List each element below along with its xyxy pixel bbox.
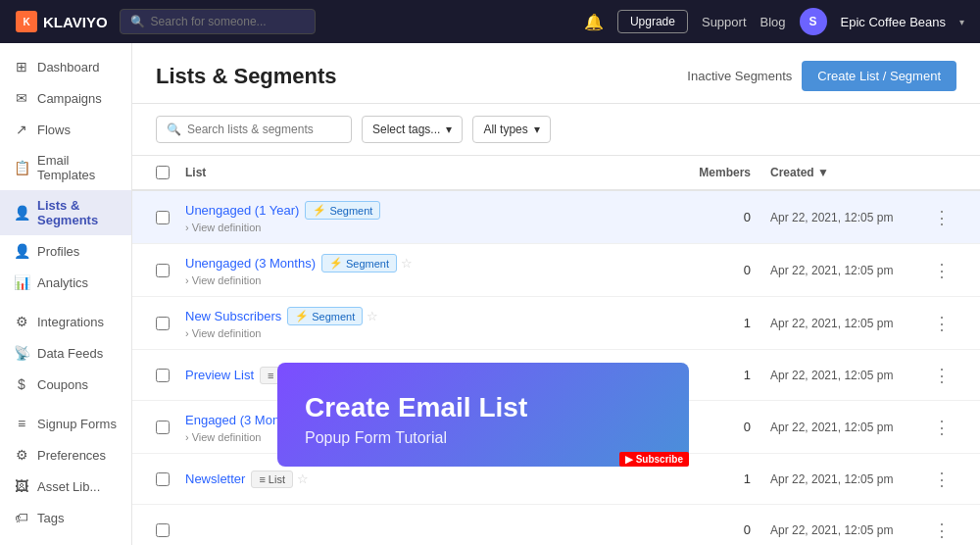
search-lists-input[interactable]: [187, 123, 341, 136]
row-checkbox-input[interactable]: [156, 369, 170, 382]
page-title: Lists & Segments: [156, 64, 337, 89]
blog-link[interactable]: Blog: [760, 15, 786, 29]
sidebar-item-data-feeds[interactable]: 📡 Data Feeds: [0, 337, 131, 369]
row-checkbox-input[interactable]: [156, 523, 170, 537]
row-checkbox[interactable]: [156, 317, 185, 330]
tags-filter[interactable]: Select tags... ▾: [362, 116, 463, 143]
chevron-right-icon: ›: [185, 431, 189, 443]
sidebar-item-tags[interactable]: 🏷 Tags: [0, 502, 131, 533]
sidebar-label: Lists & Segments: [37, 198, 118, 227]
list-name-link[interactable]: Unengaged (3 Months): [185, 256, 316, 271]
global-search[interactable]: 🔍: [120, 9, 316, 34]
created-cell: Apr 22, 2021, 12:05 pm: [770, 263, 927, 277]
segment-badge: ⚡Segment: [321, 254, 397, 272]
sidebar-item-email-templates[interactable]: 📋 Email Templates: [0, 145, 131, 190]
sidebar-item-coupons[interactable]: $ Coupons: [0, 369, 131, 400]
tags-filter-label: Select tags...: [372, 123, 440, 136]
logo[interactable]: K KLAVIYO: [16, 11, 108, 32]
bolt-icon: ⚡: [295, 310, 309, 322]
page-header: Lists & Segments Inactive Segments Creat…: [132, 43, 980, 104]
view-definition-link[interactable]: › View definition: [185, 274, 672, 286]
row-checkbox[interactable]: [156, 211, 185, 224]
star-icon[interactable]: ☆: [401, 256, 413, 271]
sidebar-item-profiles[interactable]: 👤 Profiles: [0, 235, 131, 267]
members-count: 1: [744, 471, 751, 486]
row-checkbox-input[interactable]: [156, 264, 170, 277]
list-name-link[interactable]: Newsletter: [185, 471, 245, 486]
sidebar-item-campaigns[interactable]: ✉ Campaigns: [0, 82, 131, 114]
row-checkbox-input[interactable]: [156, 317, 170, 330]
list-name-row: Unengaged (3 Months) ⚡Segment ☆: [185, 254, 672, 272]
header-checkbox[interactable]: [156, 166, 185, 179]
search-input[interactable]: [151, 15, 305, 28]
created-date: Apr 22, 2021, 12:05 pm: [770, 317, 893, 330]
more-options-button[interactable]: ⋮: [927, 258, 956, 283]
more-options-button[interactable]: ⋮: [927, 363, 956, 388]
list-name-link[interactable]: New Subscribers: [185, 309, 281, 323]
created-date: Apr 22, 2021, 12:05 pm: [770, 523, 893, 537]
type-filter[interactable]: All types ▾: [472, 116, 550, 143]
sidebar-item-analytics[interactable]: 📊 Analytics: [0, 267, 131, 298]
filters-bar: 🔍 Select tags... ▾ All types ▾: [132, 104, 980, 156]
email-templates-icon: 📋: [14, 160, 29, 175]
list-name-row: New Subscribers ⚡Segment ☆: [185, 307, 672, 325]
integrations-icon: ⚙: [14, 314, 29, 329]
chevron-right-icon: ›: [185, 327, 189, 339]
row-checkbox[interactable]: [156, 369, 185, 382]
more-options-button[interactable]: ⋮: [927, 518, 956, 543]
more-options-button[interactable]: ⋮: [927, 311, 956, 336]
actions-cell: ⋮: [927, 258, 956, 283]
inactive-segments-link[interactable]: Inactive Segments: [687, 69, 792, 83]
sidebar-item-dashboard[interactable]: ⊞ Dashboard: [0, 51, 131, 82]
popup-title: Create Email List: [305, 392, 662, 423]
sidebar-item-flows[interactable]: ↗ Flows: [0, 114, 131, 145]
search-filter[interactable]: 🔍: [156, 116, 352, 143]
row-checkbox-input[interactable]: [156, 421, 170, 434]
select-all-checkbox[interactable]: [156, 166, 170, 179]
upgrade-button[interactable]: Upgrade: [617, 10, 688, 33]
header-created[interactable]: Created ▼: [770, 166, 927, 179]
table-header-row: List Members Created ▼: [132, 156, 980, 191]
list-cell: New Subscribers ⚡Segment ☆ › View defini…: [185, 307, 672, 339]
created-cell: Apr 22, 2021, 12:05 pm: [770, 522, 927, 537]
actions-cell: ⋮: [927, 311, 956, 336]
list-name-link[interactable]: Preview List: [185, 368, 254, 382]
row-checkbox[interactable]: [156, 472, 185, 486]
more-options-button[interactable]: ⋮: [927, 205, 956, 230]
created-cell: Apr 22, 2021, 12:05 pm: [770, 471, 927, 486]
youtube-subscribe-badge[interactable]: ▶ Subscribe: [619, 452, 689, 467]
type-chevron-icon: ▾: [534, 123, 540, 136]
lists-segments-icon: 👤: [14, 205, 29, 221]
table-row: 0 Apr 22, 2021, 12:05 pm ⋮: [132, 505, 980, 545]
analytics-icon: 📊: [14, 274, 29, 290]
user-menu-chevron-icon[interactable]: ▾: [959, 17, 964, 27]
row-checkbox-input[interactable]: [156, 472, 170, 486]
logo-text: KLAVIYO: [43, 14, 108, 30]
create-list-segment-button[interactable]: Create List / Segment: [802, 61, 956, 91]
star-icon[interactable]: ☆: [297, 471, 309, 486]
created-cell: Apr 22, 2021, 12:05 pm: [770, 210, 927, 224]
view-definition-link[interactable]: › View definition: [185, 222, 672, 233]
preferences-icon: ⚙: [14, 447, 29, 463]
sidebar-label: Campaigns: [37, 91, 102, 106]
list-name-link[interactable]: Unengaged (1 Year): [185, 203, 299, 218]
notification-bell-icon[interactable]: 🔔: [584, 13, 604, 31]
more-options-button[interactable]: ⋮: [927, 467, 956, 492]
star-icon[interactable]: ☆: [367, 309, 378, 323]
support-link[interactable]: Support: [702, 15, 747, 29]
type-filter-label: All types: [483, 123, 527, 136]
avatar[interactable]: S: [800, 8, 827, 35]
row-checkbox[interactable]: [156, 264, 185, 277]
sidebar-item-signup-forms[interactable]: ≡ Signup Forms: [0, 408, 131, 439]
view-definition-link[interactable]: › View definition: [185, 327, 672, 339]
more-options-button[interactable]: ⋮: [927, 415, 956, 440]
sidebar-label: Data Feeds: [37, 346, 103, 361]
row-checkbox[interactable]: [156, 523, 185, 537]
row-checkbox[interactable]: [156, 421, 185, 434]
sidebar-item-integrations[interactable]: ⚙ Integrations: [0, 306, 131, 337]
row-checkbox-input[interactable]: [156, 211, 170, 224]
sidebar-item-preferences[interactable]: ⚙ Preferences: [0, 439, 131, 471]
sidebar-item-lists-segments[interactable]: 👤 Lists & Segments: [0, 190, 131, 235]
profiles-icon: 👤: [14, 243, 29, 259]
sidebar-item-asset-lib[interactable]: 🖼 Asset Lib...: [0, 471, 131, 502]
